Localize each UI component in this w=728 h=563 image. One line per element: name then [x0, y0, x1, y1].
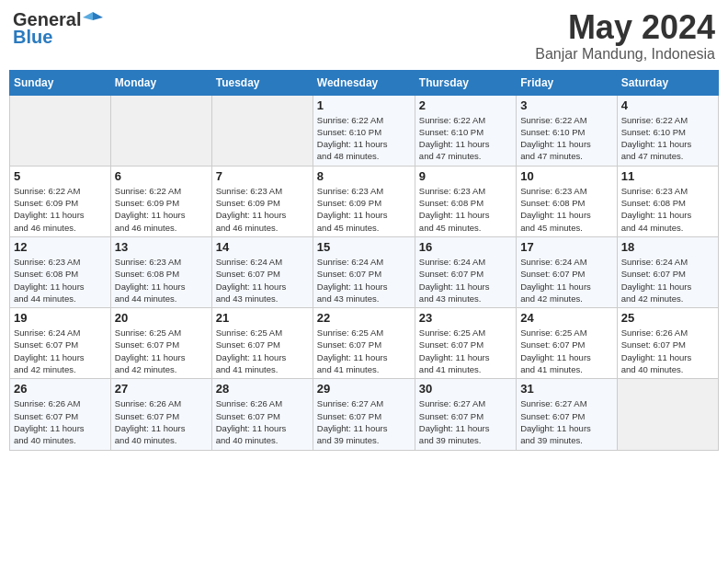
day-info: Sunrise: 6:24 AM Sunset: 6:07 PM Dayligh… — [419, 256, 512, 304]
day-number: 23 — [419, 311, 512, 325]
calendar-cell: 19Sunrise: 6:24 AM Sunset: 6:07 PM Dayli… — [10, 308, 111, 379]
weekday-header: Saturday — [617, 70, 718, 95]
day-info: Sunrise: 6:24 AM Sunset: 6:07 PM Dayligh… — [621, 256, 714, 304]
day-info: Sunrise: 6:27 AM Sunset: 6:07 PM Dayligh… — [419, 397, 512, 446]
calendar-cell: 15Sunrise: 6:24 AM Sunset: 6:07 PM Dayli… — [313, 236, 415, 307]
calendar-cell: 16Sunrise: 6:24 AM Sunset: 6:07 PM Dayli… — [415, 236, 516, 307]
calendar-table: SundayMondayTuesdayWednesdayThursdayFrid… — [9, 70, 719, 451]
day-number: 3 — [520, 98, 612, 112]
calendar-week-row: 19Sunrise: 6:24 AM Sunset: 6:07 PM Dayli… — [10, 308, 719, 379]
day-info: Sunrise: 6:23 AM Sunset: 6:08 PM Dayligh… — [419, 185, 512, 234]
month-title: May 2024 — [535, 9, 715, 46]
calendar-cell: 6Sunrise: 6:22 AM Sunset: 6:09 PM Daylig… — [110, 166, 211, 236]
calendar-header-row: SundayMondayTuesdayWednesdayThursdayFrid… — [10, 70, 719, 95]
calendar-cell: 30Sunrise: 6:27 AM Sunset: 6:07 PM Dayli… — [415, 379, 516, 450]
calendar-cell: 5Sunrise: 6:22 AM Sunset: 6:09 PM Daylig… — [10, 166, 111, 236]
svg-marker-1 — [83, 12, 93, 20]
day-info: Sunrise: 6:26 AM Sunset: 6:07 PM Dayligh… — [216, 397, 309, 446]
calendar-cell: 2Sunrise: 6:22 AM Sunset: 6:10 PM Daylig… — [415, 95, 516, 166]
weekday-header: Wednesday — [313, 70, 415, 95]
weekday-header: Sunday — [10, 70, 111, 95]
day-info: Sunrise: 6:25 AM Sunset: 6:07 PM Dayligh… — [317, 327, 411, 375]
day-info: Sunrise: 6:26 AM Sunset: 6:07 PM Dayligh… — [115, 397, 208, 446]
calendar-cell: 28Sunrise: 6:26 AM Sunset: 6:07 PM Dayli… — [211, 379, 313, 450]
day-number: 20 — [115, 311, 208, 325]
day-number: 8 — [317, 169, 411, 183]
calendar-cell — [211, 95, 313, 166]
calendar-week-row: 5Sunrise: 6:22 AM Sunset: 6:09 PM Daylig… — [10, 166, 719, 236]
day-number: 30 — [419, 382, 512, 396]
day-number: 17 — [520, 240, 612, 254]
calendar-cell: 13Sunrise: 6:23 AM Sunset: 6:08 PM Dayli… — [110, 236, 211, 307]
calendar-cell: 31Sunrise: 6:27 AM Sunset: 6:07 PM Dayli… — [517, 379, 617, 450]
calendar-cell: 23Sunrise: 6:25 AM Sunset: 6:07 PM Dayli… — [415, 308, 516, 379]
day-number: 10 — [520, 169, 612, 183]
svg-marker-0 — [93, 12, 103, 20]
day-info: Sunrise: 6:25 AM Sunset: 6:07 PM Dayligh… — [520, 327, 612, 375]
day-info: Sunrise: 6:23 AM Sunset: 6:08 PM Dayligh… — [621, 185, 714, 234]
day-number: 14 — [216, 240, 309, 254]
day-number: 26 — [14, 382, 107, 396]
day-info: Sunrise: 6:25 AM Sunset: 6:07 PM Dayligh… — [115, 327, 208, 375]
day-number: 31 — [520, 382, 612, 396]
calendar-cell: 8Sunrise: 6:23 AM Sunset: 6:09 PM Daylig… — [313, 166, 415, 236]
calendar-cell: 1Sunrise: 6:22 AM Sunset: 6:10 PM Daylig… — [313, 95, 415, 166]
calendar-cell: 9Sunrise: 6:23 AM Sunset: 6:08 PM Daylig… — [415, 166, 516, 236]
day-info: Sunrise: 6:25 AM Sunset: 6:07 PM Dayligh… — [419, 327, 512, 375]
day-info: Sunrise: 6:25 AM Sunset: 6:07 PM Dayligh… — [216, 327, 309, 375]
logo-blue-text: Blue — [13, 27, 52, 48]
weekday-header: Thursday — [415, 70, 516, 95]
calendar-cell: 10Sunrise: 6:23 AM Sunset: 6:08 PM Dayli… — [517, 166, 617, 236]
calendar-week-row: 12Sunrise: 6:23 AM Sunset: 6:08 PM Dayli… — [10, 236, 719, 307]
weekday-header: Friday — [517, 70, 617, 95]
calendar-cell: 29Sunrise: 6:27 AM Sunset: 6:07 PM Dayli… — [313, 379, 415, 450]
day-info: Sunrise: 6:24 AM Sunset: 6:07 PM Dayligh… — [317, 256, 411, 304]
day-info: Sunrise: 6:24 AM Sunset: 6:07 PM Dayligh… — [14, 327, 107, 375]
day-info: Sunrise: 6:22 AM Sunset: 6:09 PM Dayligh… — [115, 185, 208, 234]
day-number: 9 — [419, 169, 512, 183]
calendar-cell: 12Sunrise: 6:23 AM Sunset: 6:08 PM Dayli… — [10, 236, 111, 307]
day-info: Sunrise: 6:22 AM Sunset: 6:10 PM Dayligh… — [317, 114, 411, 163]
calendar-cell: 21Sunrise: 6:25 AM Sunset: 6:07 PM Dayli… — [211, 308, 313, 379]
calendar-cell: 17Sunrise: 6:24 AM Sunset: 6:07 PM Dayli… — [517, 236, 617, 307]
calendar-cell: 24Sunrise: 6:25 AM Sunset: 6:07 PM Dayli… — [517, 308, 617, 379]
day-number: 24 — [520, 311, 612, 325]
day-number: 4 — [621, 98, 714, 112]
day-number: 28 — [216, 382, 309, 396]
weekday-header: Monday — [110, 70, 211, 95]
day-number: 25 — [621, 311, 714, 325]
logo: General Blue — [13, 9, 103, 48]
day-info: Sunrise: 6:22 AM Sunset: 6:10 PM Dayligh… — [520, 114, 612, 163]
logo-bird-icon — [83, 10, 103, 30]
day-info: Sunrise: 6:26 AM Sunset: 6:07 PM Dayligh… — [621, 327, 714, 375]
day-info: Sunrise: 6:22 AM Sunset: 6:10 PM Dayligh… — [419, 114, 512, 163]
day-number: 15 — [317, 240, 411, 254]
calendar-cell: 3Sunrise: 6:22 AM Sunset: 6:10 PM Daylig… — [517, 95, 617, 166]
day-info: Sunrise: 6:22 AM Sunset: 6:09 PM Dayligh… — [14, 185, 107, 234]
calendar-cell: 26Sunrise: 6:26 AM Sunset: 6:07 PM Dayli… — [10, 379, 111, 450]
weekday-header: Tuesday — [211, 70, 313, 95]
calendar-cell: 4Sunrise: 6:22 AM Sunset: 6:10 PM Daylig… — [617, 95, 718, 166]
day-number: 21 — [216, 311, 309, 325]
day-number: 13 — [115, 240, 208, 254]
calendar-cell: 20Sunrise: 6:25 AM Sunset: 6:07 PM Dayli… — [110, 308, 211, 379]
day-number: 16 — [419, 240, 512, 254]
day-info: Sunrise: 6:24 AM Sunset: 6:07 PM Dayligh… — [520, 256, 612, 304]
day-number: 2 — [419, 98, 512, 112]
calendar-cell: 25Sunrise: 6:26 AM Sunset: 6:07 PM Dayli… — [617, 308, 718, 379]
day-number: 19 — [14, 311, 107, 325]
day-info: Sunrise: 6:27 AM Sunset: 6:07 PM Dayligh… — [317, 397, 411, 446]
day-number: 22 — [317, 311, 411, 325]
calendar-cell: 14Sunrise: 6:24 AM Sunset: 6:07 PM Dayli… — [211, 236, 313, 307]
calendar-cell: 27Sunrise: 6:26 AM Sunset: 6:07 PM Dayli… — [110, 379, 211, 450]
calendar-week-row: 1Sunrise: 6:22 AM Sunset: 6:10 PM Daylig… — [10, 95, 719, 166]
day-info: Sunrise: 6:22 AM Sunset: 6:10 PM Dayligh… — [621, 114, 714, 163]
day-number: 7 — [216, 169, 309, 183]
day-info: Sunrise: 6:23 AM Sunset: 6:09 PM Dayligh… — [216, 185, 309, 234]
day-info: Sunrise: 6:23 AM Sunset: 6:08 PM Dayligh… — [520, 185, 612, 234]
day-number: 12 — [14, 240, 107, 254]
day-number: 5 — [14, 169, 107, 183]
day-info: Sunrise: 6:23 AM Sunset: 6:08 PM Dayligh… — [14, 256, 107, 304]
day-info: Sunrise: 6:27 AM Sunset: 6:07 PM Dayligh… — [520, 397, 612, 446]
location-title: Banjar Mandung, Indonesia — [535, 46, 715, 63]
